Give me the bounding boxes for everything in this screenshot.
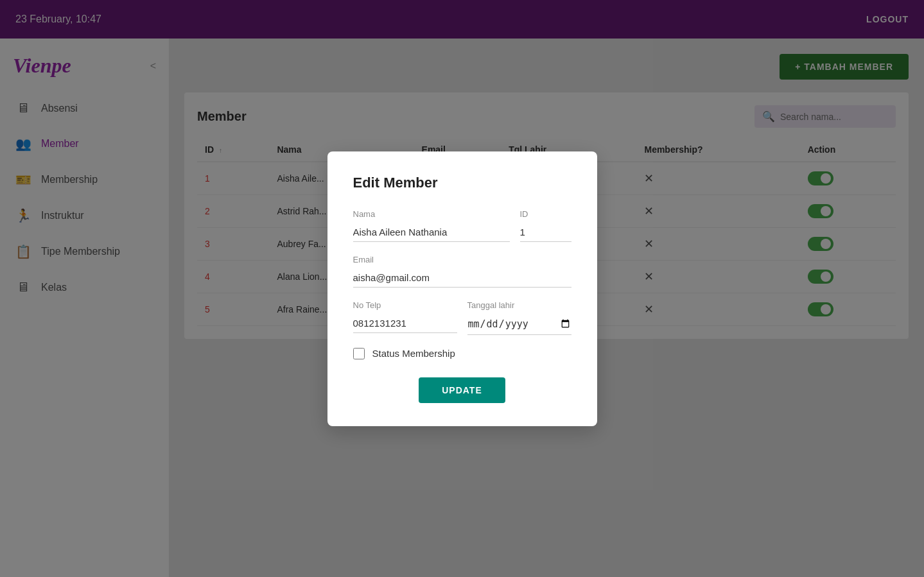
nama-field-group: Nama: [353, 209, 510, 242]
status-membership-row: Status Membership: [353, 348, 571, 359]
email-input[interactable]: [353, 268, 571, 288]
tanggal-lahir-input[interactable]: [467, 314, 571, 335]
id-label: ID: [520, 209, 571, 219]
edit-member-modal: Edit Member Nama ID Email: [327, 151, 597, 426]
update-button[interactable]: UPDATE: [419, 377, 505, 403]
no-telp-input[interactable]: [353, 314, 457, 333]
email-label: Email: [353, 255, 571, 264]
main-content: + TAMBAH MEMBER Member 🔍 ID ↑ Nama Email…: [169, 39, 924, 577]
id-field-group: ID: [520, 209, 571, 242]
no-telp-label: No Telp: [353, 300, 457, 310]
tanggal-lahir-field-group: Tanggal lahir: [467, 300, 571, 335]
status-membership-checkbox[interactable]: [353, 348, 365, 359]
email-row: Email: [353, 255, 571, 288]
modal-overlay[interactable]: Edit Member Nama ID Email: [169, 39, 924, 577]
email-field-group: Email: [353, 255, 571, 288]
status-membership-label: Status Membership: [372, 348, 455, 359]
nama-label: Nama: [353, 209, 510, 219]
tanggal-lahir-label: Tanggal lahir: [467, 300, 571, 310]
nama-input[interactable]: [353, 223, 510, 242]
telp-tanggal-row: No Telp Tanggal lahir: [353, 300, 571, 335]
modal-title: Edit Member: [353, 175, 571, 191]
nama-id-row: Nama ID: [353, 209, 571, 242]
no-telp-field-group: No Telp: [353, 300, 457, 335]
id-input[interactable]: [520, 223, 571, 242]
